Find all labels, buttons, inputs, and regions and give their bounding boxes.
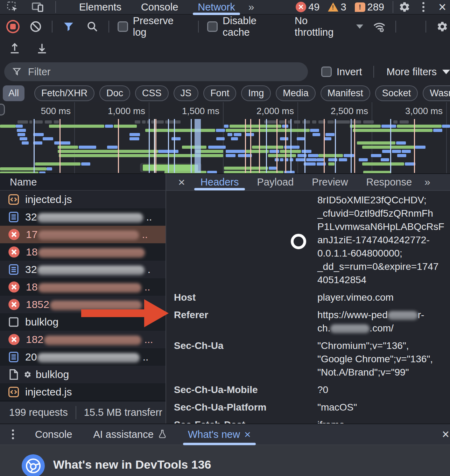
tab-console[interactable]: Console xyxy=(131,0,188,14)
event-marker-line xyxy=(149,119,150,173)
header-value-line: iframe xyxy=(317,418,450,424)
drawer-tab-ai-assistance[interactable]: AI assistance xyxy=(83,424,177,445)
tab-elements[interactable]: Elements xyxy=(69,0,131,14)
details-tab-preview[interactable]: Preview xyxy=(303,174,357,190)
more-panels-icon[interactable]: » xyxy=(245,1,257,13)
waterfall-bar xyxy=(49,125,104,128)
filter-funnel-icon[interactable] xyxy=(61,19,76,34)
cookie-value-line: 405142854 xyxy=(317,273,450,287)
network-conditions-icon[interactable] xyxy=(372,19,387,34)
record-network-log-button[interactable] xyxy=(6,20,20,33)
filter-input[interactable] xyxy=(27,66,272,78)
type-filter-font[interactable]: Font xyxy=(203,85,236,101)
settings-gear-icon[interactable] xyxy=(397,0,412,14)
details-tab-headers[interactable]: Headers xyxy=(191,174,248,190)
type-filter-all[interactable]: All xyxy=(3,85,24,101)
error-badge[interactable]: ✕49 xyxy=(296,1,319,13)
more-filters-dropdown[interactable]: More filters xyxy=(387,66,450,78)
header-name: Host xyxy=(174,291,317,304)
event-marker-line xyxy=(59,119,61,173)
type-filter-media[interactable]: Media xyxy=(276,85,316,101)
details-tab-payload[interactable]: Payload xyxy=(248,174,303,190)
redacted-text xyxy=(38,283,141,293)
checkbox[interactable] xyxy=(207,21,218,32)
waterfall-bar xyxy=(280,137,288,140)
waterfall-bar xyxy=(362,146,415,149)
throttling-dropdown[interactable]: No throttling xyxy=(295,15,363,38)
devtools-logo-icon xyxy=(22,454,45,476)
name-column-header[interactable]: Name xyxy=(0,174,166,191)
request-row[interactable]: injected.js xyxy=(0,383,166,401)
menu-kebab-icon[interactable] xyxy=(416,0,431,14)
type-filter-fetchxhr[interactable]: Fetch/XHR xyxy=(34,85,94,101)
close-drawer-icon[interactable]: × xyxy=(442,427,450,442)
request-row[interactable]: 18 .. xyxy=(0,278,166,296)
timeline-tick-label: 500 ms xyxy=(15,106,71,117)
warning-badge[interactable]: !3 xyxy=(328,1,346,13)
drawer-tab-console[interactable]: Console xyxy=(24,424,83,445)
header-value: player.vimeo.com xyxy=(317,291,450,304)
waterfall-bar xyxy=(397,125,442,128)
invert-checkbox[interactable]: Invert xyxy=(321,66,362,78)
waterfall-bar xyxy=(17,120,28,124)
type-filter-img[interactable]: Img xyxy=(241,85,271,101)
preserve-log-checkbox[interactable]: Preserve log xyxy=(118,15,190,38)
network-overview-timeline[interactable]: 500 ms1,000 ms1,500 ms2,000 ms2,500 ms3,… xyxy=(0,102,450,174)
event-marker-line xyxy=(155,119,156,173)
search-icon[interactable] xyxy=(85,19,100,34)
divider xyxy=(426,21,426,33)
more-detail-tabs-icon[interactable]: » xyxy=(421,176,433,188)
type-filter-socket[interactable]: Socket xyxy=(375,85,418,101)
checkbox[interactable] xyxy=(118,21,128,32)
overview-selection-handle[interactable] xyxy=(0,104,5,115)
issues-badge[interactable]: !289 xyxy=(355,1,384,13)
type-filter-css[interactable]: CSS xyxy=(135,85,169,101)
waterfall-bar xyxy=(224,171,283,174)
device-toolbar-icon[interactable] xyxy=(30,0,45,14)
close-details-icon[interactable]: × xyxy=(177,175,191,189)
waterfall-bar xyxy=(362,162,404,166)
document-file-icon xyxy=(8,351,20,363)
request-row[interactable]: 32 . xyxy=(0,261,166,278)
request-row[interactable]: 182 ... xyxy=(0,331,166,348)
header-row: Sec-Ch-Ua"Chromium";v="136","Google Chro… xyxy=(174,339,450,379)
request-row[interactable]: injected.js xyxy=(0,191,166,208)
waterfall-bar xyxy=(310,129,319,132)
request-row[interactable]: 18 xyxy=(0,243,166,261)
tab-close-icon[interactable]: × xyxy=(244,428,251,441)
request-row[interactable]: 17 .. xyxy=(0,226,166,243)
network-settings-gear-icon[interactable] xyxy=(435,19,450,34)
timeline-tick-label: 1,500 ms xyxy=(163,106,219,117)
details-tab-response[interactable]: Response xyxy=(357,174,421,190)
request-name: bulklog xyxy=(36,369,69,380)
request-row[interactable]: 32 .. xyxy=(0,208,166,226)
error-status-icon xyxy=(8,298,20,311)
filter-input-wrapper[interactable] xyxy=(4,62,308,81)
checkbox[interactable] xyxy=(321,66,332,77)
timeline-tick-label: 2,500 ms xyxy=(312,106,368,117)
inspect-element-icon[interactable] xyxy=(5,0,20,14)
clear-network-log-icon[interactable] xyxy=(28,19,43,34)
close-devtools-icon[interactable]: × xyxy=(435,0,450,14)
request-list-panel: Name injected.js32 ..17 ..18 32 .18 ..18… xyxy=(0,174,166,401)
request-row[interactable]: 20 .. xyxy=(0,348,166,366)
dcl-event-band xyxy=(195,119,201,173)
waterfall-bar xyxy=(402,150,411,153)
type-filter-manifest[interactable]: Manifest xyxy=(321,85,370,101)
drawer-menu-kebab-icon[interactable] xyxy=(12,429,14,439)
divider xyxy=(373,66,374,78)
tab-network[interactable]: Network xyxy=(188,0,245,14)
disable-cache-checkbox[interactable]: Disable cache xyxy=(207,15,286,38)
waterfall-bar xyxy=(306,158,317,161)
waterfall-bar xyxy=(22,141,29,145)
drawer-tab-what-s-new[interactable]: What's new× xyxy=(177,424,261,445)
request-row[interactable]: bulklog xyxy=(0,366,166,383)
waterfall-bar xyxy=(129,137,139,140)
type-filter-js[interactable]: JS xyxy=(174,85,199,101)
har-toolbar xyxy=(0,38,450,59)
type-filter-doc[interactable]: Doc xyxy=(99,85,130,101)
export-har-icon[interactable] xyxy=(34,41,50,56)
import-har-icon[interactable] xyxy=(7,41,22,56)
waterfall-bar xyxy=(54,120,59,124)
type-filter-wasm[interactable]: Wasm xyxy=(423,85,450,101)
